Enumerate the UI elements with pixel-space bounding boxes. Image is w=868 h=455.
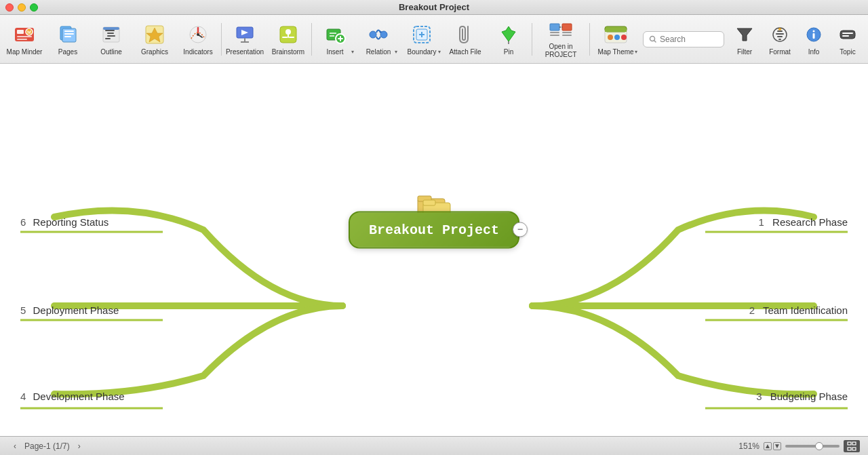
toolbar: M Map Minder Pages bbox=[0, 15, 868, 64]
svg-rect-2 bbox=[17, 36, 32, 37]
canvas: Breakout Project − 6 Reporting Status 5 … bbox=[0, 64, 868, 436]
open-in-project-icon bbox=[549, 20, 573, 41]
branch-3: 3 Budgeting Phase bbox=[756, 391, 848, 402]
map-theme-icon bbox=[604, 22, 628, 47]
toolbar-item-topic[interactable]: Topic bbox=[830, 17, 865, 62]
zoom-up-button[interactable]: ▲ bbox=[764, 442, 772, 450]
traffic-lights bbox=[5, 3, 38, 12]
toolbar-item-open-in-project[interactable]: Open in PROJECT bbox=[534, 17, 588, 62]
toolbar-item-map-theme[interactable]: Map Theme ▾ bbox=[591, 17, 640, 62]
zoom-level: 151% bbox=[738, 441, 760, 451]
insert-label: Insert bbox=[326, 48, 343, 56]
indicators-icon bbox=[186, 22, 210, 47]
svg-rect-3 bbox=[17, 39, 27, 40]
fullscreen-button[interactable] bbox=[844, 440, 860, 452]
outline-icon bbox=[99, 22, 123, 47]
branch-6: 6 Reporting Status bbox=[20, 216, 108, 228]
svg-rect-61 bbox=[777, 31, 783, 32]
open-in-project-label: Open in PROJECT bbox=[535, 43, 587, 59]
toolbar-item-relation[interactable]: Relation ▾ bbox=[357, 17, 400, 62]
boundary-label: Boundary bbox=[408, 48, 437, 56]
svg-rect-13 bbox=[107, 33, 114, 34]
topic-icon bbox=[835, 22, 860, 47]
close-button[interactable] bbox=[5, 3, 14, 12]
relation-label: Relation bbox=[366, 48, 391, 56]
svg-point-54 bbox=[608, 35, 613, 40]
pin-icon bbox=[496, 22, 521, 47]
svg-rect-1 bbox=[17, 30, 24, 34]
svg-rect-48 bbox=[562, 32, 572, 33]
svg-rect-70 bbox=[842, 35, 849, 37]
presentation-icon bbox=[233, 22, 257, 47]
svg-point-20 bbox=[197, 33, 199, 36]
statusbar-right: 151% ▲ ▼ bbox=[738, 440, 860, 452]
svg-point-66 bbox=[813, 30, 815, 32]
toolbar-item-filter[interactable]: Filter bbox=[727, 17, 762, 62]
svg-rect-63 bbox=[777, 36, 783, 37]
svg-point-56 bbox=[621, 35, 627, 40]
filter-icon bbox=[732, 22, 757, 47]
center-node[interactable]: Breakout Project − bbox=[349, 211, 519, 248]
svg-point-26 bbox=[285, 29, 291, 35]
svg-rect-69 bbox=[842, 33, 853, 34]
toolbar-item-pin[interactable]: Pin bbox=[487, 17, 530, 62]
search-icon bbox=[649, 35, 657, 43]
svg-rect-67 bbox=[813, 33, 815, 39]
svg-rect-16 bbox=[103, 27, 119, 30]
svg-line-58 bbox=[654, 40, 656, 42]
svg-text:M: M bbox=[27, 30, 31, 35]
toolbar-item-boundary[interactable]: Boundary ▾ bbox=[400, 17, 443, 62]
toolbar-item-presentation[interactable]: Presentation bbox=[223, 17, 267, 62]
toolbar-item-map-minder[interactable]: M Map Minder bbox=[3, 17, 46, 62]
toolbar-item-graphics[interactable]: Graphics bbox=[133, 17, 176, 62]
info-icon bbox=[802, 22, 826, 47]
svg-rect-15 bbox=[105, 38, 111, 39]
presentation-label: Presentation bbox=[226, 48, 264, 56]
titlebar: Breakout Project bbox=[0, 0, 868, 15]
toolbar-item-info[interactable]: Info bbox=[797, 17, 830, 62]
toolbar-item-pages[interactable]: Pages bbox=[46, 17, 90, 62]
statusbar: ‹ Page-1 (1/7) › 151% ▲ ▼ bbox=[0, 436, 868, 455]
search-container[interactable] bbox=[643, 31, 724, 47]
indicators-label: Indicators bbox=[183, 48, 212, 56]
svg-rect-62 bbox=[776, 33, 784, 35]
svg-rect-14 bbox=[107, 35, 115, 37]
search-input[interactable] bbox=[660, 35, 717, 44]
zoom-slider-thumb[interactable] bbox=[815, 442, 823, 450]
svg-rect-45 bbox=[550, 32, 559, 33]
toolbar-item-attach-file[interactable]: Attach File bbox=[443, 17, 487, 62]
svg-rect-84 bbox=[852, 448, 856, 450]
svg-rect-10 bbox=[64, 36, 71, 37]
mindmap-connections bbox=[0, 64, 868, 436]
svg-rect-81 bbox=[848, 442, 851, 445]
toolbar-item-format[interactable]: Format bbox=[762, 17, 797, 62]
collapse-button[interactable]: − bbox=[513, 222, 528, 237]
relation-arrow: ▾ bbox=[395, 49, 397, 55]
map-theme-label: Map Theme bbox=[597, 48, 633, 56]
attach-file-icon bbox=[453, 22, 477, 47]
pages-label: Pages bbox=[58, 48, 77, 56]
next-page-button[interactable]: › bbox=[73, 439, 86, 453]
map-minder-icon: M bbox=[12, 22, 37, 47]
prev-page-button[interactable]: ‹ bbox=[8, 439, 22, 453]
separator-1 bbox=[221, 23, 222, 56]
minimize-button[interactable] bbox=[18, 3, 26, 12]
maximize-button[interactable] bbox=[30, 3, 38, 12]
toolbar-right: Filter Format bbox=[640, 17, 865, 62]
toolbar-item-brainstorm[interactable]: Brainstorm bbox=[267, 17, 310, 62]
branch-2: 2 Team Identification bbox=[749, 304, 848, 316]
branch-4: 4 Development Phase bbox=[20, 391, 125, 402]
separator-4 bbox=[589, 23, 590, 56]
svg-rect-9 bbox=[64, 33, 74, 35]
svg-rect-53 bbox=[605, 29, 627, 32]
toolbar-item-insert[interactable]: Insert ▾ bbox=[313, 17, 357, 62]
toolbar-item-outline[interactable]: Outline bbox=[90, 17, 133, 62]
center-node-label: Breakout Project bbox=[369, 222, 499, 237]
format-icon bbox=[768, 22, 792, 47]
zoom-down-button[interactable]: ▼ bbox=[773, 442, 781, 450]
pages-icon bbox=[56, 22, 80, 47]
toolbar-item-indicators[interactable]: Indicators bbox=[176, 17, 220, 62]
graphics-label: Graphics bbox=[141, 48, 168, 56]
zoom-slider[interactable] bbox=[785, 445, 840, 448]
separator-3 bbox=[532, 23, 532, 56]
